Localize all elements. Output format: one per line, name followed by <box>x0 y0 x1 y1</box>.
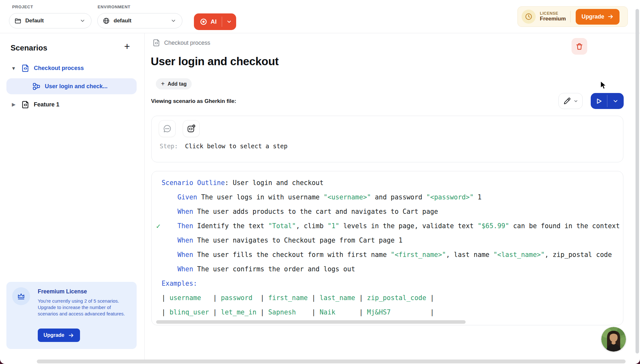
topbar-divider <box>0 33 640 33</box>
project-dropdown[interactable]: Default <box>9 13 92 28</box>
chevron-down-icon <box>80 18 85 24</box>
arrow-right-icon <box>68 332 74 338</box>
code-step-button[interactable] <box>183 120 200 137</box>
crown-icon <box>12 287 30 305</box>
play-icon[interactable] <box>591 93 607 109</box>
sidebar-item-feature-1[interactable]: ▶ Feature 1 <box>6 99 137 110</box>
code-line[interactable]: When The user fills the checkout form wi… <box>162 248 623 262</box>
mouse-cursor <box>600 81 608 90</box>
sidebar-item-label: Feature 1 <box>34 101 60 108</box>
code-line[interactable]: When The user adds products to the cart … <box>162 205 623 219</box>
license-card-body: You're currently using 2 of 5 scenarios.… <box>38 298 132 317</box>
vertical-scrollbar[interactable] <box>636 9 639 353</box>
check-icon: ✓ <box>156 219 160 233</box>
code-scan-icon <box>187 124 196 133</box>
environment-label: ENVIRONMENT <box>98 4 131 10</box>
delete-scenario-button[interactable] <box>572 38 587 55</box>
code-line[interactable]: Examples: <box>162 276 623 291</box>
ai-record-button[interactable]: AI <box>194 13 236 30</box>
sidebar-item-label: User login and check... <box>45 83 108 90</box>
comment-step-button[interactable] <box>159 120 176 137</box>
sidebar-item-label: Checkout process <box>34 65 84 72</box>
code-line[interactable]: | username | password | first_name | las… <box>162 291 623 305</box>
chevron-down-icon <box>573 99 578 104</box>
folder-icon <box>14 17 21 24</box>
license-card-title: Freemium License <box>38 288 87 295</box>
run-options-toggle[interactable] <box>607 93 624 109</box>
add-scenario-button[interactable]: + <box>124 43 130 51</box>
code-line[interactable]: When The user navigates to Checkout page… <box>162 233 623 248</box>
app-window: PROJECT Default ENVIRONMENT default AI <box>0 0 640 364</box>
project-label: PROJECT <box>12 4 33 10</box>
step-selector-card: Step:Click below to select a step <box>151 116 623 162</box>
arrow-right-icon <box>607 13 614 20</box>
sidebar-item-checkout-process[interactable]: ▼ Checkout process <box>6 63 137 74</box>
caret-down-icon[interactable]: ▼ <box>11 66 16 71</box>
freemium-license-card: Freemium License You're currently using … <box>6 282 137 349</box>
globe-icon <box>103 17 110 24</box>
license-banner: LICENSE Freemium Upgrade <box>517 6 628 27</box>
chat-ellipsis-icon <box>163 124 172 133</box>
step-value: Click below to select a step <box>185 143 287 150</box>
horizontal-scrollbar[interactable] <box>37 360 626 363</box>
ai-dropdown-toggle[interactable] <box>222 13 236 30</box>
edit-mode-dropdown[interactable] <box>558 93 583 109</box>
code-line[interactable]: | blinq_user | let_me_in | Sapnesh | Nai… <box>162 305 623 320</box>
license-label: LICENSE <box>540 11 566 16</box>
environment-dropdown[interactable]: default <box>97 13 182 28</box>
avatar[interactable] <box>601 327 626 352</box>
code-line[interactable]: ✓ Then Identify the text "Total", climb … <box>162 219 623 233</box>
upgrade-card-button[interactable]: Upgrade <box>38 329 80 342</box>
project-value: Default <box>25 18 44 24</box>
code-line[interactable]: Given The user logs in with username "<u… <box>162 190 623 205</box>
add-tag-button[interactable]: + Add tag <box>156 78 192 89</box>
sidebar-item-user-login-scenario[interactable]: User login and check... <box>6 78 137 94</box>
breadcrumb[interactable]: Checkout process <box>152 39 210 47</box>
gherkin-code[interactable]: Scenario Outline: User login and checkou… <box>151 171 623 325</box>
code-horizontal-scrollbar[interactable] <box>156 320 466 324</box>
sidebar-title: Scenarios <box>11 43 47 52</box>
caret-right-icon[interactable]: ▶ <box>12 102 16 107</box>
sidebar-divider <box>144 33 145 360</box>
code-line[interactable]: Scenario Outline: User login and checkou… <box>162 176 623 190</box>
code-line[interactable]: When The user confirms the order and log… <box>162 262 623 276</box>
page-title: User login and checkout <box>151 55 279 68</box>
viewing-mode-label: Viewing scenario as Gherkin file: <box>151 98 236 105</box>
trash-icon <box>575 43 583 50</box>
run-scenario-button[interactable] <box>591 93 624 109</box>
step-label: Step: <box>160 143 178 150</box>
feature-file-icon <box>152 39 161 47</box>
record-icon <box>200 18 207 26</box>
upgrade-button[interactable]: Upgrade <box>576 9 620 25</box>
step-row[interactable]: Step:Click below to select a step <box>160 143 288 150</box>
clock-icon <box>522 10 536 24</box>
chevron-down-icon <box>171 18 176 24</box>
breadcrumb-label: Checkout process <box>164 40 210 46</box>
environment-value: default <box>114 18 132 24</box>
ai-button-label: AI <box>211 18 217 25</box>
scenario-workflow-icon <box>32 82 41 91</box>
feature-file-icon <box>21 64 30 73</box>
pencil-icon <box>563 97 571 105</box>
plus-icon: + <box>161 80 165 88</box>
feature-file-icon <box>21 100 30 109</box>
license-value: Freemium <box>540 16 566 22</box>
